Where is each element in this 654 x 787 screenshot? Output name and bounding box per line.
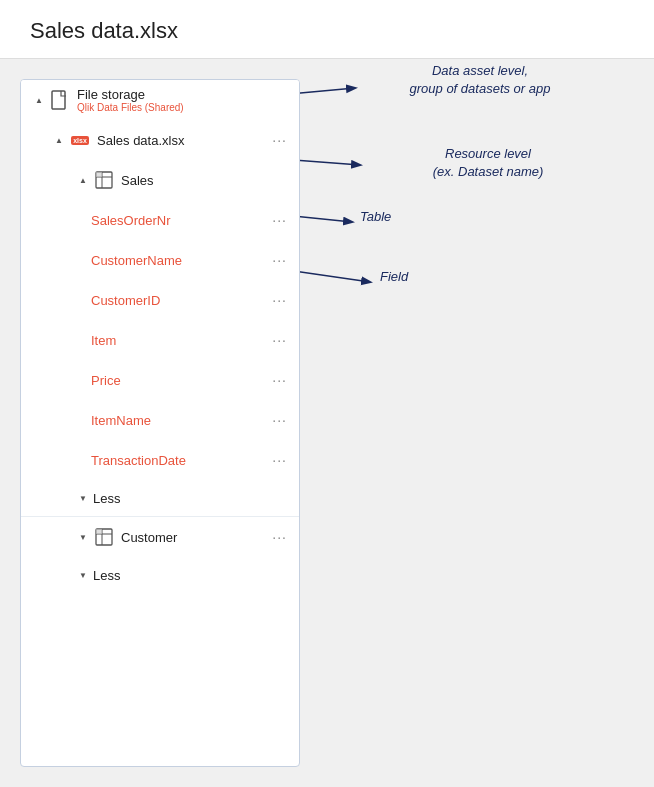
table-customer-menu[interactable] — [268, 529, 291, 545]
field-label-5: ItemName — [91, 413, 268, 428]
resource-menu-btn[interactable] — [268, 132, 291, 148]
field-label-0: SalesOrderNr — [91, 213, 268, 228]
field-label-4: Price — [91, 373, 268, 388]
resource-chevron[interactable] — [49, 130, 69, 150]
file-storage-row: File storage Qlik Data Files (Shared) — [21, 80, 299, 120]
field-row-2: CustomerID — [21, 280, 299, 320]
field-label-6: TransactionDate — [91, 453, 268, 468]
less-customer-label: Less — [93, 568, 120, 583]
field-menu-1[interactable] — [268, 252, 291, 268]
less-customer-chevron[interactable] — [73, 565, 93, 585]
field-menu-0[interactable] — [268, 212, 291, 228]
table-sales-label: Sales — [121, 173, 291, 188]
resource-label: Sales data.xlsx — [97, 133, 268, 148]
tree-panel: File storage Qlik Data Files (Shared) xl… — [20, 79, 300, 767]
less-sales-chevron[interactable] — [73, 488, 93, 508]
file-storage-label: File storage — [77, 87, 291, 102]
field-menu-2[interactable] — [268, 292, 291, 308]
field-row-0: SalesOrderNr — [21, 200, 299, 240]
svg-rect-4 — [52, 91, 65, 109]
field-label-2: CustomerID — [91, 293, 268, 308]
field-menu-4[interactable] — [268, 372, 291, 388]
page-title: Sales data.xlsx — [30, 18, 624, 44]
resource-row: xlsx Sales data.xlsx — [21, 120, 299, 160]
table-customer-icon — [93, 526, 115, 548]
field-row-1: CustomerName — [21, 240, 299, 280]
less-sales-row[interactable]: Less — [21, 480, 299, 516]
table-sales-chevron[interactable] — [73, 170, 93, 190]
field-label-3: Item — [91, 333, 268, 348]
table-customer-label: Customer — [121, 530, 268, 545]
field-row-3: Item — [21, 320, 299, 360]
svg-rect-8 — [96, 172, 102, 177]
field-label-1: CustomerName — [91, 253, 268, 268]
field-row-5: ItemName — [21, 400, 299, 440]
table-customer-row: Customer — [21, 517, 299, 557]
table-customer-chevron[interactable] — [73, 527, 93, 547]
xlsx-icon: xlsx — [69, 129, 91, 151]
file-storage-text: File storage Qlik Data Files (Shared) — [77, 87, 291, 113]
file-storage-chevron[interactable] — [29, 90, 49, 110]
less-customer-row[interactable]: Less — [21, 557, 299, 593]
table-sales-row: Sales — [21, 160, 299, 200]
field-row-6: TransactionDate — [21, 440, 299, 480]
field-menu-5[interactable] — [268, 412, 291, 428]
field-menu-6[interactable] — [268, 452, 291, 468]
table-sales-icon — [93, 169, 115, 191]
svg-rect-12 — [96, 529, 102, 534]
field-row-4: Price — [21, 360, 299, 400]
field-menu-3[interactable] — [268, 332, 291, 348]
less-sales-label: Less — [93, 491, 120, 506]
file-storage-sublabel: Qlik Data Files (Shared) — [77, 102, 291, 113]
file-icon — [49, 89, 71, 111]
